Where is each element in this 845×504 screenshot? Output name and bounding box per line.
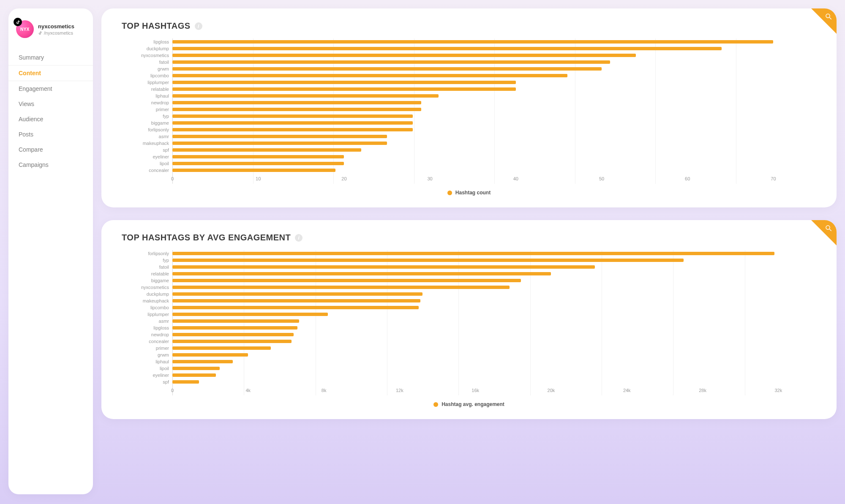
x-tick: 70 <box>771 176 776 181</box>
bar[interactable] <box>172 367 220 370</box>
bar[interactable] <box>172 101 421 104</box>
bar[interactable] <box>172 108 421 111</box>
sidebar-item-content[interactable]: Content <box>8 65 93 81</box>
bar[interactable] <box>172 40 773 44</box>
plot-area: 04k8k12k16k20k24k28k32k <box>172 250 816 395</box>
bar-row <box>172 372 816 379</box>
bar[interactable] <box>172 272 551 275</box>
legend-label: Hashtag count <box>455 190 491 196</box>
card-title-row: TOP HASHTAGS BY AVG ENGAGEMENTi <box>122 233 816 242</box>
bar[interactable] <box>172 380 199 384</box>
y-label: lipgloss <box>153 324 169 331</box>
bar-row <box>172 270 816 277</box>
bar[interactable] <box>172 252 774 255</box>
y-label: lipgloss <box>153 38 169 45</box>
bar-row <box>172 160 816 167</box>
bar[interactable] <box>172 373 216 377</box>
chart: lipglossduckplumpnyxcosmeticsfatoilgrwml… <box>122 38 816 184</box>
bar[interactable] <box>172 128 413 131</box>
avatar: NYX <box>16 20 34 38</box>
x-tick: 12k <box>396 388 403 393</box>
x-tick: 16k <box>472 388 479 393</box>
bar[interactable] <box>172 333 294 336</box>
bar-row <box>172 311 816 318</box>
bar[interactable] <box>172 54 636 57</box>
sidebar-item-engagement[interactable]: Engagement <box>8 81 93 96</box>
bar[interactable] <box>172 114 413 118</box>
bar-row <box>172 147 816 153</box>
bar[interactable] <box>172 135 387 138</box>
bar-row <box>172 113 816 120</box>
bar[interactable] <box>172 162 344 165</box>
y-label: primer <box>156 106 169 113</box>
bar[interactable] <box>172 60 610 64</box>
bars <box>172 38 816 174</box>
sidebar-item-compare[interactable]: Compare <box>8 142 93 157</box>
bar-row <box>172 65 816 72</box>
bar[interactable] <box>172 286 510 289</box>
bar-row <box>172 257 816 264</box>
x-axis: 04k8k12k16k20k24k28k32k <box>172 388 816 395</box>
legend-label: Hashtag avg. engagement <box>442 401 504 407</box>
bar-row <box>172 331 816 338</box>
bar[interactable] <box>172 259 684 262</box>
bar-row <box>172 126 816 133</box>
bar[interactable] <box>172 360 233 363</box>
sidebar-item-audience[interactable]: Audience <box>8 112 93 127</box>
sidebar-item-summary[interactable]: Summary <box>8 50 93 65</box>
y-label: eyeliner <box>153 372 169 379</box>
bar[interactable] <box>172 47 722 50</box>
bar-row <box>172 324 816 331</box>
bar-row <box>172 79 816 86</box>
bar[interactable] <box>172 94 439 98</box>
bar-row <box>172 304 816 311</box>
x-tick: 8k <box>322 388 327 393</box>
bar-row <box>172 86 816 93</box>
app-shell: NYX nyxcosmetics /nyxcosmetics SummaryCo… <box>8 8 837 494</box>
search-icon[interactable] <box>824 12 833 21</box>
bar[interactable] <box>172 353 248 357</box>
y-label: nyxcosmetics <box>141 52 169 59</box>
bar[interactable] <box>172 340 292 343</box>
bar[interactable] <box>172 299 420 302</box>
bar-row <box>172 291 816 297</box>
bar[interactable] <box>172 155 344 158</box>
bar[interactable] <box>172 142 387 145</box>
sidebar-item-posts[interactable]: Posts <box>8 127 93 142</box>
main-content: TOP HASHTAGSilipglossduckplumpnyxcosmeti… <box>101 8 837 494</box>
bar[interactable] <box>172 81 516 84</box>
bar[interactable] <box>172 169 335 172</box>
bar[interactable] <box>172 313 328 316</box>
y-label: nyxcosmetics <box>141 284 169 291</box>
bar[interactable] <box>172 87 516 91</box>
bar[interactable] <box>172 67 602 71</box>
bar[interactable] <box>172 74 567 77</box>
info-icon[interactable]: i <box>195 22 202 30</box>
x-tick: 4k <box>245 388 251 393</box>
y-label: grwm <box>158 65 169 72</box>
sidebar-item-views[interactable]: Views <box>8 96 93 112</box>
bar-row <box>172 120 816 126</box>
bar-row <box>172 133 816 140</box>
bar[interactable] <box>172 346 271 350</box>
x-tick: 28k <box>699 388 706 393</box>
y-label: liphaul <box>155 358 169 365</box>
bar[interactable] <box>172 319 299 323</box>
info-icon[interactable]: i <box>295 234 303 242</box>
bar-row <box>172 93 816 99</box>
bar[interactable] <box>172 265 595 269</box>
bar[interactable] <box>172 279 521 282</box>
bar[interactable] <box>172 326 297 330</box>
sidebar-item-campaigns[interactable]: Campaigns <box>8 157 93 172</box>
y-label: lipoil <box>160 160 169 167</box>
y-label: lipoil <box>160 365 169 372</box>
search-icon[interactable] <box>824 223 833 233</box>
x-tick: 0 <box>171 176 174 181</box>
bar[interactable] <box>172 292 422 296</box>
bar[interactable] <box>172 148 361 152</box>
y-label: concealer <box>149 167 169 174</box>
bar[interactable] <box>172 306 419 309</box>
y-label: lipplumper <box>147 79 169 86</box>
y-label: relatable <box>151 270 169 277</box>
bar[interactable] <box>172 121 413 125</box>
